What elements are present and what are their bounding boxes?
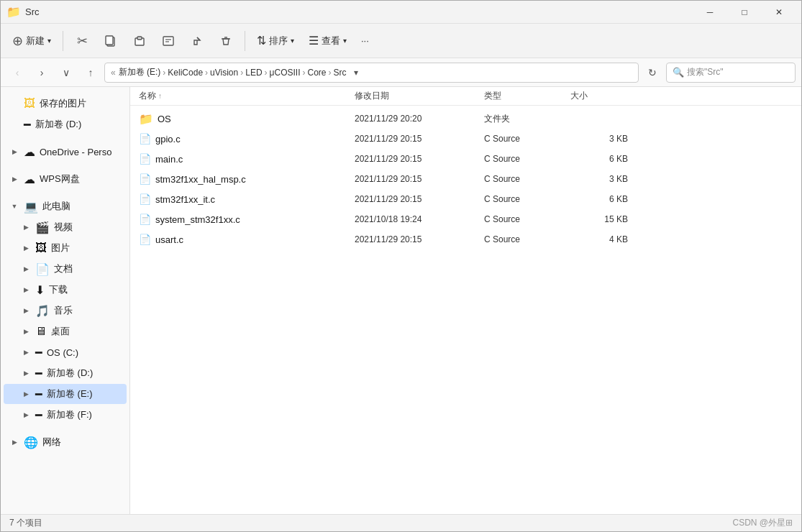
maximize-button[interactable]: □	[728, 1, 761, 24]
back-button[interactable]: ‹	[6, 62, 28, 83]
paste-button[interactable]	[127, 28, 152, 54]
new-chevron: ▾	[47, 37, 51, 45]
rename-button[interactable]	[155, 28, 181, 54]
file-type: C Source	[484, 134, 570, 144]
file-date: 2021/11/29 20:15	[355, 134, 484, 144]
minimize-button[interactable]: ─	[693, 1, 726, 24]
file-type: C Source	[484, 154, 570, 164]
sidebar-item-documents[interactable]: ▶ 📄 文档	[4, 259, 127, 279]
file-size: 4 KB	[570, 234, 628, 244]
col-header-name[interactable]: 名称 ↑	[139, 90, 355, 102]
main-area: 🖼 保存的图片 ━ 新加卷 (D:) ▶ ☁ OneDrive - Perso …	[1, 87, 801, 514]
sidebar-item-downloads[interactable]: ▶ ⬇ 下载	[4, 280, 127, 300]
sidebar-label-desktop: 桌面	[51, 325, 121, 338]
sidebar-item-desktop[interactable]: ▶ 🖥 桌面	[4, 321, 127, 341]
sidebar-section-quick: 🖼 保存的图片 ━ 新加卷 (D:)	[1, 90, 129, 138]
new-button[interactable]: ⊕ 新建 ▾	[6, 28, 57, 54]
path-src: Src	[333, 68, 346, 78]
file-date: 2021/11/29 20:15	[355, 174, 484, 184]
search-box[interactable]: 🔍 搜索"Src"	[666, 63, 796, 83]
sidebar: 🖼 保存的图片 ━ 新加卷 (D:) ▶ ☁ OneDrive - Perso …	[1, 87, 130, 514]
sidebar-item-music[interactable]: ▶ 🎵 音乐	[4, 301, 127, 321]
file-row[interactable]: 📄 usart.c 2021/11/29 20:15 C Source 4 KB	[130, 229, 801, 249]
separator-2	[245, 31, 245, 51]
close-button[interactable]: ✕	[762, 1, 796, 24]
this-pc-icon: 💻	[24, 200, 38, 214]
svg-rect-4	[163, 37, 173, 45]
drive-e-icon: ━	[35, 387, 42, 401]
file-row[interactable]: 📄 stm32f1xx_it.c 2021/11/29 20:15 C Sour…	[130, 189, 801, 209]
delete-button[interactable]	[213, 28, 239, 54]
sidebar-item-wps[interactable]: ▶ ☁ WPS网盘	[4, 169, 127, 189]
file-row[interactable]: 📄 gpio.c 2021/11/29 20:15 C Source 3 KB	[130, 129, 801, 149]
sidebar-label-video: 视频	[54, 221, 121, 234]
file-type: C Source	[484, 214, 570, 224]
expand-button[interactable]: ∨	[55, 62, 77, 83]
sidebar-item-os-c[interactable]: ▶ ━ OS (C:)	[4, 342, 127, 362]
toolbar: ⊕ 新建 ▾ ✂ ⇅ 排序 ▾ ☰ 查看 ▾ ···	[1, 24, 801, 58]
file-type: C Source	[484, 174, 570, 184]
file-size: 15 KB	[570, 214, 628, 224]
sidebar-item-this-pc[interactable]: ▼ 💻 此电脑	[4, 196, 127, 216]
path-prefix: «	[111, 68, 116, 78]
col-header-type[interactable]: 类型	[484, 90, 570, 102]
sidebar-item-video[interactable]: ▶ 🎬 视频	[4, 217, 127, 237]
drive-f-icon: ━	[35, 408, 42, 422]
sidebar-label-network: 网络	[42, 436, 121, 449]
address-bar: ‹ › ∨ ↑ « 新加卷 (E:) › KeliCode › uVision …	[1, 58, 801, 87]
path-dropdown[interactable]: ▾	[346, 63, 366, 83]
file-row[interactable]: 📁 OS 2021/11/29 20:20 文件夹	[130, 109, 801, 129]
c-source-icon: 📄	[139, 214, 151, 225]
forward-button[interactable]: ›	[31, 62, 53, 83]
sidebar-item-drive-d2[interactable]: ▶ ━ 新加卷 (D:)	[4, 363, 127, 383]
file-row[interactable]: 📄 main.c 2021/11/29 20:15 C Source 6 KB	[130, 149, 801, 169]
refresh-button[interactable]: ↻	[642, 62, 663, 83]
sidebar-item-network[interactable]: ▶ 🌐 网络	[4, 432, 127, 452]
sidebar-section-thispc: ▼ 💻 此电脑 ▶ 🎬 视频 ▶ 🖼 图片 ▶ 📄 文档 ▶ ⬇	[1, 193, 129, 428]
sidebar-label-drive-f: 新加卷 (F:)	[47, 408, 121, 421]
file-size: 6 KB	[570, 194, 628, 204]
col-header-size[interactable]: 大小	[570, 90, 628, 102]
status-item-count: 7 个项目	[9, 517, 42, 529]
c-source-icon: 📄	[139, 173, 151, 185]
sort-button[interactable]: ⇅ 排序 ▾	[251, 28, 300, 54]
sidebar-label-pictures: 图片	[51, 242, 121, 254]
c-source-icon: 📄	[139, 193, 151, 205]
c-source-icon: 📄	[139, 153, 151, 165]
pictures-icon: 🖼	[35, 242, 47, 254]
sort-icon: ⇅	[257, 34, 266, 47]
sidebar-item-onedrive[interactable]: ▶ ☁ OneDrive - Perso	[4, 142, 127, 162]
sidebar-label-downloads: 下载	[49, 283, 121, 296]
up-button[interactable]: ↑	[80, 62, 101, 83]
status-bar: 7 个项目 CSDN @外星⊞	[1, 514, 801, 531]
desktop-icon: 🖥	[35, 325, 47, 338]
file-type: 文件夹	[484, 113, 570, 125]
sidebar-item-saved-images[interactable]: 🖼 保存的图片	[4, 93, 127, 114]
file-row[interactable]: 📄 stm32f1xx_hal_msp.c 2021/11/29 20:15 C…	[130, 169, 801, 189]
svg-rect-3	[137, 37, 142, 40]
share-button[interactable]	[184, 28, 210, 54]
sidebar-item-drive-e[interactable]: ▶ ━ 新加卷 (E:)	[4, 384, 127, 404]
file-date: 2021/11/29 20:15	[355, 194, 484, 204]
path-uvision: uVision	[210, 68, 238, 78]
view-button[interactable]: ☰ 查看 ▾	[303, 28, 352, 54]
window-controls: ─ □ ✕	[693, 1, 796, 24]
file-row[interactable]: 📄 system_stm32f1xx.c 2021/10/18 19:24 C …	[130, 209, 801, 229]
svg-rect-1	[106, 36, 113, 45]
sidebar-label-drive-d2: 新加卷 (D:)	[47, 367, 121, 380]
music-icon: 🎵	[35, 304, 50, 318]
col-header-date[interactable]: 修改日期	[355, 90, 484, 102]
path-core: Core	[307, 68, 326, 78]
address-path[interactable]: « 新加卷 (E:) › KeliCode › uVision › LED › …	[104, 63, 639, 83]
sidebar-item-pictures[interactable]: ▶ 🖼 图片	[4, 238, 127, 258]
drive-d2-icon: ━	[35, 367, 42, 380]
more-button[interactable]: ···	[355, 28, 375, 54]
sort-label: 排序	[269, 35, 288, 47]
copy-button[interactable]	[98, 28, 124, 54]
sidebar-item-drive-d-top[interactable]: ━ 新加卷 (D:)	[4, 114, 127, 134]
cut-button[interactable]: ✂	[69, 28, 95, 54]
view-icon: ☰	[309, 34, 319, 47]
file-date: 2021/10/18 19:24	[355, 214, 484, 224]
sidebar-item-drive-f[interactable]: ▶ ━ 新加卷 (F:)	[4, 405, 127, 425]
file-name: OS	[158, 114, 352, 124]
